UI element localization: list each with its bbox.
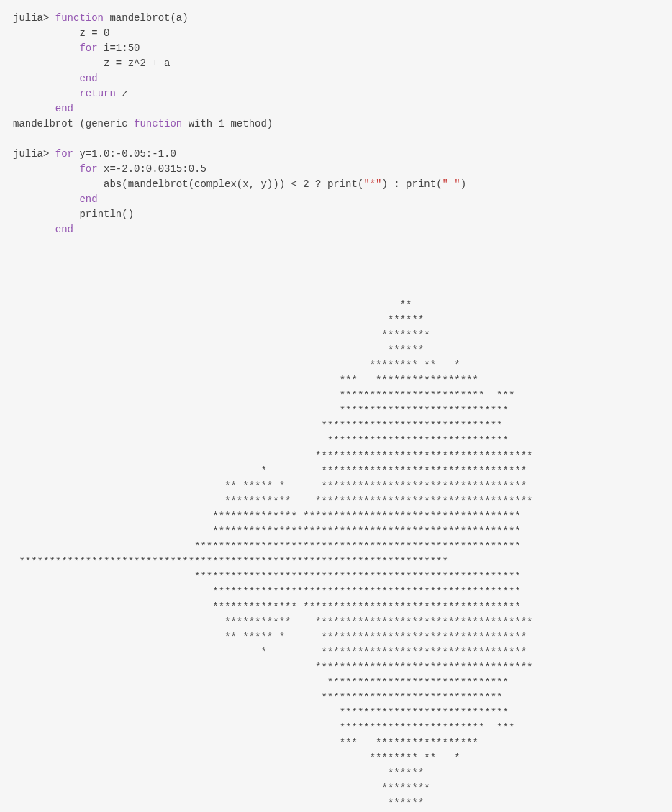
code-text: mandelbrot(a)	[104, 12, 189, 24]
string-literal: " "	[442, 178, 460, 190]
code-text: x=-2.0:0.0315:0.5	[98, 163, 206, 175]
keyword-end: end	[55, 103, 73, 114]
indent	[13, 224, 55, 235]
code-text: i=1:50	[98, 42, 140, 54]
keyword-end: end	[79, 73, 97, 84]
indent	[13, 73, 79, 84]
mandelbrot-output: ** ****** ********	[13, 252, 659, 812]
string-literal: "*"	[363, 178, 381, 190]
keyword-for: for	[55, 148, 73, 160]
code-text: println()	[79, 209, 134, 220]
indent	[13, 58, 104, 69]
output-text: mandelbrot (generic	[13, 118, 134, 129]
code-block-1: julia> function mandelbrot(a) z = 0 for …	[13, 11, 659, 132]
keyword-end: end	[55, 224, 73, 235]
prompt: julia>	[13, 12, 55, 24]
indent	[13, 42, 79, 54]
output-text: with 1 method)	[182, 118, 273, 129]
indent	[13, 209, 79, 220]
code-text: )	[460, 178, 466, 190]
code-block-2: julia> for y=1.0:-0.05:-1.0 for x=-2.0:0…	[13, 147, 659, 237]
indent	[13, 163, 79, 175]
keyword-end: end	[79, 193, 97, 205]
code-text: z = z^2 + a	[104, 58, 170, 69]
keyword-function: function	[55, 12, 104, 24]
keyword-function: function	[134, 118, 182, 129]
code-text: ) : print(	[382, 178, 442, 190]
indent	[13, 178, 104, 190]
keyword-for: for	[79, 42, 97, 54]
indent	[13, 27, 79, 39]
code-text: z = 0	[79, 27, 109, 39]
indent	[13, 103, 55, 114]
code-text: z	[116, 88, 128, 99]
indent	[13, 193, 79, 205]
keyword-return: return	[79, 88, 115, 99]
code-text: abs(mandelbrot(complex(x, y))) < 2 ? pri…	[104, 178, 363, 190]
code-text: y=1.0:-0.05:-1.0	[73, 148, 176, 160]
prompt: julia>	[13, 148, 55, 160]
indent	[13, 88, 79, 99]
keyword-for: for	[79, 163, 97, 175]
